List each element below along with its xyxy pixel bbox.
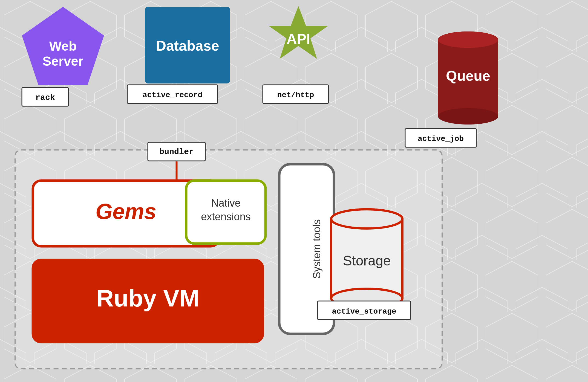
- queue-cylinder-top-cap: [438, 31, 498, 48]
- web-server-label: Web: [49, 39, 77, 53]
- database-label: Database: [156, 38, 219, 54]
- storage-cylinder-top-cap: [331, 209, 402, 228]
- queue-cylinder-bottom-ellipse: [438, 108, 498, 125]
- native-extensions-label2: extensions: [201, 211, 251, 222]
- rack-text: rack: [35, 93, 55, 102]
- active-record-text: active_record: [143, 91, 202, 99]
- active-job-text: active_job: [418, 135, 464, 143]
- bundler-text: bundler: [159, 147, 194, 157]
- web-server-label2: Server: [42, 54, 83, 68]
- ruby-vm-label: Ruby VM: [96, 285, 199, 312]
- net-http-text: net/http: [277, 91, 314, 99]
- gems-label: Gems: [96, 199, 156, 224]
- queue-label: Queue: [446, 68, 490, 84]
- native-extensions-label1: Native: [211, 197, 241, 209]
- storage-label: Storage: [343, 253, 391, 268]
- system-tools-label: System tools: [311, 219, 322, 279]
- active-storage-text: active_storage: [332, 307, 396, 316]
- api-label: API: [287, 31, 310, 47]
